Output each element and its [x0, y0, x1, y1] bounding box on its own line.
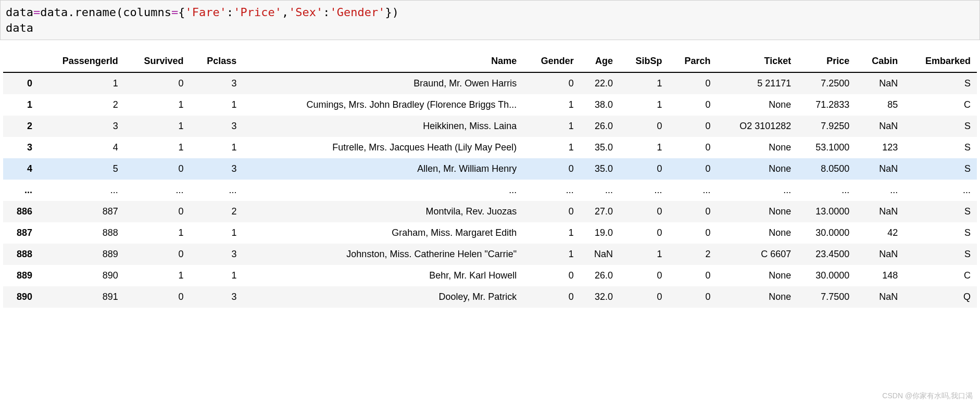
code-token: ) [392, 6, 399, 19]
code-token: = [33, 6, 40, 19]
cell: 0 [523, 286, 580, 308]
code-token: : [323, 6, 330, 19]
code-token: data [6, 6, 33, 19]
table-row: 2313Heikkinen, Miss. Laina126.000O2 3101… [3, 116, 977, 137]
cell: NaN [856, 244, 904, 265]
cell: None [717, 201, 798, 222]
column-header: Gender [523, 50, 580, 72]
cell: 0 [124, 244, 190, 265]
cell: 32.0 [580, 286, 619, 308]
column-header: Pclass [190, 50, 243, 72]
cell: S [904, 244, 977, 265]
cell: 3 [190, 116, 243, 137]
cell: 1 [619, 72, 668, 94]
table-row: 4503Allen, Mr. William Henry035.000None8… [3, 158, 977, 180]
row-index: 890 [3, 286, 39, 308]
cell: Q [904, 286, 977, 308]
cell: C 6607 [717, 244, 798, 265]
code-input-cell[interactable]: data=data.rename(columns={'Fare':'Price'… [0, 0, 980, 40]
cell: ... [904, 180, 977, 201]
cell: ... [523, 180, 580, 201]
cell: ... [856, 180, 904, 201]
row-index: 886 [3, 201, 39, 222]
cell: 26.0 [580, 265, 619, 286]
table-row: ....................................... [3, 180, 977, 201]
cell: Allen, Mr. William Henry [243, 158, 523, 180]
cell: 2 [190, 201, 243, 222]
cell: 1 [124, 137, 190, 158]
cell: 1 [523, 222, 580, 244]
cell: ... [717, 180, 798, 201]
table-row: 88989011Behr, Mr. Karl Howell026.000None… [3, 265, 977, 286]
header-row: PassengerIdSurvivedPclassNameGenderAgeSi… [3, 50, 977, 72]
cell: S [904, 201, 977, 222]
column-header: SibSp [619, 50, 668, 72]
cell: Montvila, Rev. Juozas [243, 201, 523, 222]
table-body: 0103Braund, Mr. Owen Harris022.0105 2117… [3, 72, 977, 308]
row-index: 4 [3, 158, 39, 180]
column-header: Survived [124, 50, 190, 72]
cell: 1 [124, 222, 190, 244]
cell: 891 [39, 286, 124, 308]
cell: 2 [668, 244, 717, 265]
dataframe-table: PassengerIdSurvivedPclassNameGenderAgeSi… [3, 50, 977, 308]
code-token: = [171, 6, 178, 19]
table-row: 88788811Graham, Miss. Margaret Edith119.… [3, 222, 977, 244]
cell: ... [243, 180, 523, 201]
code-token: columns [123, 6, 171, 19]
column-header: Age [580, 50, 619, 72]
table-row: 88888903Johnston, Miss. Catherine Helen … [3, 244, 977, 265]
cell: 35.0 [580, 137, 619, 158]
code-token: { [178, 6, 185, 19]
cell: 890 [39, 265, 124, 286]
row-index: 888 [3, 244, 39, 265]
cell: 42 [856, 222, 904, 244]
cell: 0 [523, 201, 580, 222]
cell: C [904, 265, 977, 286]
cell: 5 21171 [717, 72, 798, 94]
row-index: 0 [3, 72, 39, 94]
code-token: rename [74, 6, 116, 19]
column-header: PassengerId [39, 50, 124, 72]
cell: C [904, 94, 977, 116]
cell: 19.0 [580, 222, 619, 244]
cell: 887 [39, 201, 124, 222]
cell: 0 [523, 158, 580, 180]
cell: ... [190, 180, 243, 201]
cell: 0 [668, 286, 717, 308]
cell: 38.0 [580, 94, 619, 116]
cell: 4 [39, 137, 124, 158]
cell: None [717, 158, 798, 180]
cell: NaN [856, 158, 904, 180]
cell: 7.7500 [797, 286, 856, 308]
index-header [3, 50, 39, 72]
cell: 1 [190, 222, 243, 244]
cell: 35.0 [580, 158, 619, 180]
cell: Dooley, Mr. Patrick [243, 286, 523, 308]
code-token: 'Sex' [288, 6, 323, 19]
output-cell: PassengerIdSurvivedPclassNameGenderAgeSi… [0, 40, 980, 313]
cell: 3 [190, 158, 243, 180]
cell: NaN [856, 201, 904, 222]
table-row: 3411Futrelle, Mrs. Jacques Heath (Lily M… [3, 137, 977, 158]
column-header: Ticket [717, 50, 798, 72]
cell: 0 [124, 201, 190, 222]
cell: 0 [523, 72, 580, 94]
code-token: 'Price' [233, 6, 282, 19]
cell: Johnston, Miss. Catherine Helen "Carrie" [243, 244, 523, 265]
cell: 2 [39, 94, 124, 116]
cell: 0 [124, 72, 190, 94]
cell: 23.4500 [797, 244, 856, 265]
cell: 53.1000 [797, 137, 856, 158]
cell: 1 [190, 137, 243, 158]
row-index: 3 [3, 137, 39, 158]
cell: ... [668, 180, 717, 201]
code-token: data [40, 6, 68, 19]
code-token: ( [116, 6, 123, 19]
cell: ... [619, 180, 668, 201]
cell: Graham, Miss. Margaret Edith [243, 222, 523, 244]
cell: 1 [124, 94, 190, 116]
row-index: 887 [3, 222, 39, 244]
cell: 1 [124, 265, 190, 286]
cell: 0 [619, 286, 668, 308]
